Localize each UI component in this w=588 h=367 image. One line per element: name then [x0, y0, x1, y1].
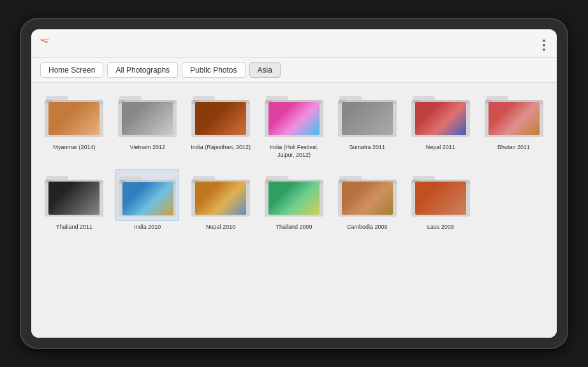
folder-thailand-2009[interactable]: Thailand 2009 — [260, 169, 328, 231]
folder-label-cambodia: Cambodia 2009 — [347, 224, 388, 231]
folder-cambodia[interactable]: Cambodia 2009 — [333, 169, 401, 231]
tab-home[interactable]: Home Screen — [40, 62, 103, 78]
folder-icon-nepal-2010 — [189, 169, 253, 221]
folders-grid: Myanmar (2014) Vietnam 2012 — [40, 89, 548, 231]
zenfolio-logo-icon: zenfolio — [40, 36, 53, 45]
header-title-row: zenfolio — [40, 36, 58, 45]
folder-thumb-india-raj — [195, 102, 246, 135]
folder-thumb-thailand-2009 — [268, 182, 320, 215]
folder-icon-vietnam — [115, 89, 179, 141]
folder-icon-sumatra — [335, 89, 399, 141]
folder-icon-india-raj — [189, 89, 253, 141]
folder-thumb-india-holi — [268, 102, 320, 135]
nav-tabs: Home ScreenAll PhotographsPublic PhotosA… — [31, 58, 557, 83]
folder-thumb-cambodia — [342, 182, 393, 215]
header: zenfolio — [31, 29, 557, 58]
folder-label-vietnam: Vietnam 2012 — [130, 144, 165, 152]
folder-label-bhutan: Bhutan 2011 — [497, 144, 530, 152]
more-dot-1 — [543, 40, 545, 42]
folder-thumb-sumatra — [342, 102, 393, 135]
more-dot-3 — [543, 48, 545, 51]
folder-icon-thailand-2011 — [42, 169, 106, 221]
folder-label-thailand-2011: Thailand 2011 — [56, 224, 92, 231]
folder-nepal-2011[interactable]: Nepal 2011 — [406, 89, 474, 159]
folder-thumb-vietnam — [122, 102, 173, 135]
folder-bhutan[interactable]: Bhutan 2011 — [480, 89, 548, 159]
folder-label-india-raj: India (Rajasthan, 2012) — [191, 144, 251, 152]
more-menu-button[interactable] — [540, 37, 548, 54]
folder-label-india-2010: India 2010 — [134, 224, 161, 231]
folder-nepal-2010[interactable]: Nepal 2010 — [187, 169, 255, 231]
tablet-frame: zenfolio Home ScreenAll PhotographsPubli… — [20, 18, 568, 349]
folder-icon-thailand-2009 — [262, 169, 326, 221]
folder-india-holi[interactable]: India (Holi Festival, Jaipur, 2012) — [260, 89, 328, 159]
content-area: Myanmar (2014) Vietnam 2012 — [31, 83, 557, 338]
folder-thumb-nepal-2011 — [415, 102, 466, 135]
folder-thumb-myanmar — [48, 102, 99, 135]
folder-label-nepal-2011: Nepal 2011 — [426, 144, 455, 152]
tab-all-photos[interactable]: All Photographs — [107, 62, 178, 78]
folder-myanmar[interactable]: Myanmar (2014) — [40, 89, 108, 159]
folder-icon-cambodia — [335, 169, 399, 221]
folder-icon-india-2010 — [115, 169, 179, 221]
zenfolio-logo: zenfolio — [40, 36, 53, 45]
folder-icon-laos — [409, 169, 473, 221]
folder-label-sumatra: Sumatra 2011 — [349, 144, 386, 152]
tablet-screen: zenfolio Home ScreenAll PhotographsPubli… — [31, 29, 557, 338]
folder-thumb-thailand-2011 — [48, 182, 99, 215]
folder-label-india-holi: India (Holi Festival, Jaipur, 2012) — [262, 144, 326, 159]
folder-label-laos: Laos 2009 — [427, 224, 454, 231]
folder-label-myanmar: Myanmar (2014) — [53, 144, 95, 152]
folder-thailand-2011[interactable]: Thailand 2011 — [40, 169, 108, 231]
folder-icon-nepal-2011 — [409, 89, 473, 141]
header-left: zenfolio — [40, 36, 58, 46]
folder-icon-myanmar — [42, 89, 106, 141]
folder-thumb-india-2010 — [122, 182, 173, 215]
tab-asia[interactable]: Asia — [249, 62, 281, 78]
more-dot-2 — [543, 44, 545, 47]
folder-sumatra[interactable]: Sumatra 2011 — [333, 89, 401, 159]
folder-thumb-laos — [415, 182, 466, 215]
folder-india-raj[interactable]: India (Rajasthan, 2012) — [187, 89, 255, 159]
folder-laos[interactable]: Laos 2009 — [406, 169, 474, 231]
folder-icon-india-holi — [262, 89, 326, 141]
folder-india-2010[interactable]: India 2010 — [114, 169, 182, 231]
folder-label-nepal-2010: Nepal 2010 — [206, 224, 235, 231]
tab-public-photos[interactable]: Public Photos — [182, 62, 245, 78]
folder-icon-bhutan — [482, 89, 546, 141]
folder-thumb-nepal-2010 — [195, 182, 246, 215]
folder-thumb-bhutan — [489, 102, 540, 135]
folder-label-thailand-2009: Thailand 2009 — [276, 224, 312, 231]
folder-vietnam[interactable]: Vietnam 2012 — [114, 89, 182, 159]
